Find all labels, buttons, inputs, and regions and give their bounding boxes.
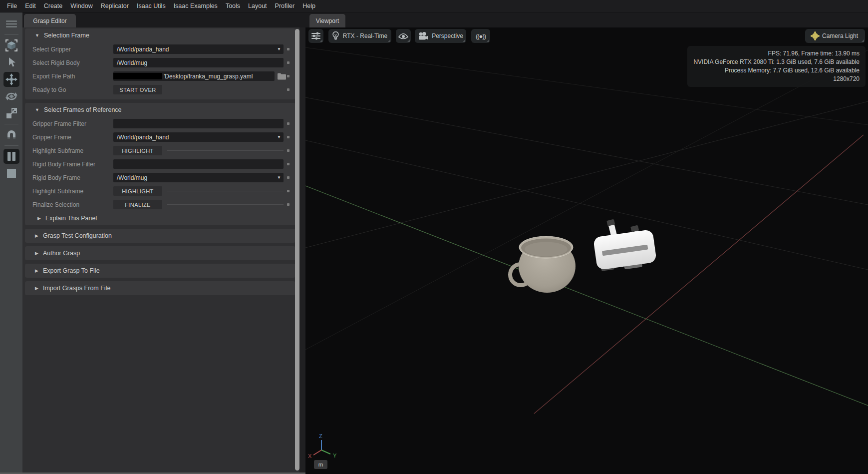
rail-separator — [4, 124, 18, 124]
reset-indicator[interactable] — [287, 203, 289, 206]
menu-edit[interactable]: Edit — [21, 2, 40, 9]
tab-grasp-editor[interactable]: Grasp Editor — [24, 14, 76, 27]
menu-window[interactable]: Window — [66, 2, 96, 9]
camera-light-button[interactable]: Camera Light — [805, 29, 865, 43]
mug-interior-shade — [525, 242, 568, 257]
reset-indicator[interactable] — [287, 48, 289, 50]
move-tool-icon[interactable] — [3, 72, 19, 87]
scene-3d[interactable]: Z X Y — [305, 27, 868, 474]
menu-create[interactable]: Create — [40, 2, 67, 9]
reset-indicator[interactable] — [287, 149, 289, 152]
gripper-frame-dropdown[interactable]: /World/panda_hand — [113, 132, 284, 142]
section-header-selection-frame[interactable]: ▼ Selection Frame — [25, 28, 295, 42]
row-finalize-selection: Finalize Selection FINALIZE — [25, 198, 295, 211]
snap-magnet-icon[interactable] — [3, 127, 19, 142]
row-gripper-frame-filter: Gripper Frame Filter — [25, 117, 295, 130]
section-import-grasps-from-file[interactable]: ▶ Import Grasps From File — [25, 281, 295, 295]
field-label: Finalize Selection — [32, 201, 113, 208]
field-label: Gripper Frame Filter — [32, 120, 113, 127]
menu-help[interactable]: Help — [298, 2, 319, 9]
row-ready-to-go: Ready to Go START OVER — [25, 83, 295, 96]
section-author-grasp[interactable]: ▶ Author Grasp — [25, 246, 295, 260]
scale-tool-icon[interactable] — [3, 106, 19, 121]
field-label: Select Rigid Body — [32, 59, 113, 66]
reset-indicator[interactable] — [287, 122, 289, 125]
tab-viewport[interactable]: Viewport — [309, 14, 345, 27]
row-rigid-body-frame-filter: Rigid Body Frame Filter — [25, 157, 295, 171]
reset-indicator[interactable] — [287, 176, 289, 179]
menu-tools[interactable]: Tools — [222, 2, 244, 9]
stats-fps: FPS: 71.96, Frame time: 13.90 ms — [693, 49, 860, 58]
caret-right-icon: ▶ — [35, 233, 38, 238]
row-select-gripper: Select Gripper /World/panda_hand ▼ — [25, 42, 295, 56]
section-export-grasp-to-file[interactable]: ▶ Export Grasp To File — [25, 264, 295, 278]
panel-scrollbar[interactable] — [295, 29, 299, 471]
stop-button-icon[interactable] — [3, 166, 19, 181]
select-gripper-dropdown[interactable]: /World/panda_hand — [113, 44, 284, 54]
highlight-button[interactable]: HIGHLIGHT — [113, 146, 162, 155]
reset-indicator[interactable] — [287, 88, 289, 91]
rigid-body-frame-dropdown[interactable]: /World/mug — [113, 173, 284, 182]
menu-profiler[interactable]: Profiler — [271, 2, 299, 9]
folder-browse-icon[interactable] — [278, 73, 286, 80]
tab-viewport-label: Viewport — [316, 17, 339, 24]
section-title: Select Frames of Reference — [44, 106, 122, 113]
field-label: Rigid Body Frame Filter — [32, 161, 113, 168]
menu-file[interactable]: File — [3, 2, 21, 9]
section-title: Import Grasps From File — [43, 285, 110, 292]
redacted-text-block — [113, 73, 162, 79]
tab-strip: Grasp Editor Viewport — [22, 12, 868, 27]
reset-indicator[interactable] — [287, 75, 289, 77]
renderer-mode-button[interactable]: RTX - Real-Time — [328, 29, 391, 43]
highlight-button[interactable]: HIGHLIGHT — [113, 186, 162, 196]
viewport-settings-button[interactable] — [308, 29, 323, 43]
reset-indicator[interactable] — [287, 61, 289, 64]
caret-down-icon: ▼ — [35, 107, 39, 112]
rotate-tool-icon[interactable] — [3, 89, 19, 104]
menu-layout[interactable]: Layout — [244, 2, 271, 9]
sliders-icon — [311, 32, 320, 40]
hamburger-menu-icon[interactable] — [3, 16, 19, 31]
capture-icon: ((●)) — [476, 32, 486, 40]
performance-stats-overlay: FPS: 71.96, Frame time: 13.90 ms NVIDIA … — [687, 46, 866, 87]
reset-indicator[interactable] — [287, 163, 289, 165]
pause-button-icon[interactable] — [3, 149, 19, 164]
field-label: Export File Path — [32, 73, 113, 80]
viewport-canvas[interactable]: Z X Y RTX - Real-Time — [305, 27, 868, 474]
panel-splitter[interactable] — [299, 27, 305, 474]
rail-separator — [4, 145, 18, 146]
visibility-button[interactable] — [396, 29, 411, 43]
menu-isaac-examples[interactable]: Isaac Examples — [170, 2, 222, 9]
field-label: Rigid Body Frame — [32, 174, 113, 181]
menu-isaac-utils[interactable]: Isaac Utils — [133, 2, 170, 9]
reset-indicator[interactable] — [287, 190, 289, 192]
export-file-path-field[interactable]: 'Desktop/franka_mug_grasp.yaml — [113, 71, 275, 81]
select-tool-icon[interactable] — [3, 55, 19, 70]
select-rigid-body-field[interactable]: /World/mug — [113, 58, 284, 67]
rail-separator — [4, 34, 18, 35]
panda-gripper-object[interactable] — [593, 219, 657, 273]
row-highlight-subframe-gripper: Highlight Subframe HIGHLIGHT — [25, 144, 295, 157]
select-mode-icon[interactable] — [3, 38, 19, 53]
stats-process-memory: Process Memory: 7.7 GiB used, 12.6 GiB a… — [693, 66, 860, 75]
finalize-button[interactable]: FINALIZE — [113, 200, 162, 209]
camera-mode-button[interactable]: Perspective — [415, 29, 466, 43]
axis-x-label: X — [308, 453, 312, 459]
mug-object[interactable] — [510, 236, 576, 293]
section-header-frames-of-reference[interactable]: ▼ Select Frames of Reference — [25, 103, 295, 117]
camera-light-label: Camera Light — [822, 32, 858, 39]
lightbulb-icon — [332, 31, 339, 40]
capture-button[interactable]: ((●)) — [471, 29, 490, 43]
isaac-sim-window: File Edit Create Window Replicator Isaac… — [0, 0, 868, 474]
gripper-frame-filter-input[interactable] — [113, 119, 284, 128]
menu-replicator[interactable]: Replicator — [97, 2, 133, 9]
start-over-button[interactable]: START OVER — [113, 85, 162, 94]
row-export-file-path: Export File Path 'Desktop/franka_mug_gra… — [25, 69, 295, 83]
rigid-body-frame-filter-input[interactable] — [113, 159, 284, 169]
reset-indicator[interactable] — [287, 136, 289, 138]
explain-this-panel-toggle[interactable]: ▶ Explain This Panel — [25, 211, 295, 225]
section-grasp-test-configuration[interactable]: ▶ Grasp Test Configuration — [25, 229, 295, 243]
axis-y-label: Y — [333, 453, 337, 459]
unit-badge: m — [314, 460, 327, 469]
field-label: Select Gripper — [32, 46, 113, 53]
